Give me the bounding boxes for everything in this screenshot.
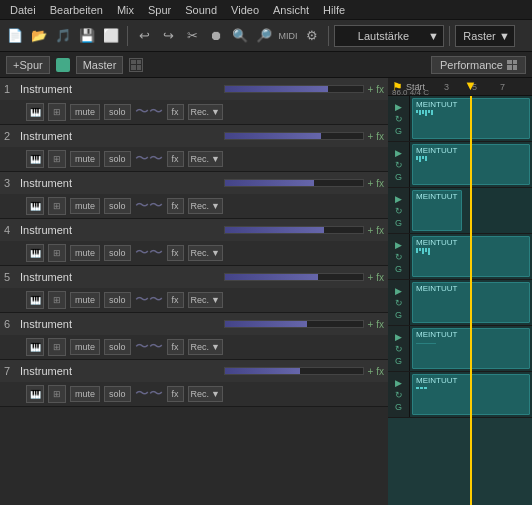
group-clip-icon-2[interactable]: G bbox=[395, 172, 402, 182]
cut-icon[interactable]: ✂ bbox=[181, 25, 203, 47]
zoom-icon[interactable]: 🔎 bbox=[253, 25, 275, 47]
undo-icon[interactable]: ↩ bbox=[133, 25, 155, 47]
group-clip-icon-4[interactable]: G bbox=[395, 264, 402, 274]
play-clip-icon-1[interactable]: ▶ bbox=[395, 102, 402, 112]
play-clip-icon-3[interactable]: ▶ bbox=[395, 194, 402, 204]
loop-clip-icon-5[interactable]: ↻ bbox=[395, 298, 403, 308]
fx-button-6[interactable]: fx bbox=[167, 339, 184, 355]
play-clip-icon-5[interactable]: ▶ bbox=[395, 286, 402, 296]
solo-button-5[interactable]: solo bbox=[104, 292, 131, 308]
mute-button-6[interactable]: mute bbox=[70, 339, 100, 355]
keyboard-icon-3[interactable]: 🎹 bbox=[26, 197, 44, 215]
rec-dropdown-4[interactable]: Rec. ▼ bbox=[188, 245, 223, 261]
loop-clip-icon-7[interactable]: ↻ bbox=[395, 390, 403, 400]
open-icon[interactable]: 📂 bbox=[28, 25, 50, 47]
clip-content-7[interactable]: MEINTUUT bbox=[410, 372, 532, 417]
add-track-button[interactable]: +Spur bbox=[6, 56, 50, 74]
mixer-icon-3[interactable]: ⊞ bbox=[48, 197, 66, 215]
mute-button-1[interactable]: mute bbox=[70, 104, 100, 120]
media-icon[interactable]: ⬜ bbox=[100, 25, 122, 47]
play-clip-icon-2[interactable]: ▶ bbox=[395, 148, 402, 158]
loop-clip-icon-2[interactable]: ↻ bbox=[395, 160, 403, 170]
midi-icon[interactable]: MIDI bbox=[277, 25, 299, 47]
redo-icon[interactable]: ↪ bbox=[157, 25, 179, 47]
keyboard-icon-4[interactable]: 🎹 bbox=[26, 244, 44, 262]
new-file-icon[interactable]: 📄 bbox=[4, 25, 26, 47]
settings-icon[interactable]: ⚙ bbox=[301, 25, 323, 47]
group-clip-icon-7[interactable]: G bbox=[395, 402, 402, 412]
track-volume-4[interactable] bbox=[224, 226, 364, 234]
track-volume-2[interactable] bbox=[224, 132, 364, 140]
group-clip-icon-5[interactable]: G bbox=[395, 310, 402, 320]
clip-block-5[interactable]: MEINTUUT bbox=[412, 282, 530, 323]
mute-button-7[interactable]: mute bbox=[70, 386, 100, 402]
track-volume-6[interactable] bbox=[224, 320, 364, 328]
solo-button-1[interactable]: solo bbox=[104, 104, 131, 120]
menu-hilfe[interactable]: Hilfe bbox=[317, 2, 351, 18]
rec-dropdown-7[interactable]: Rec. ▼ bbox=[188, 386, 223, 402]
loop-clip-icon-6[interactable]: ↻ bbox=[395, 344, 403, 354]
clip-block-7[interactable]: MEINTUUT bbox=[412, 374, 530, 415]
fx-button-1[interactable]: fx bbox=[167, 104, 184, 120]
loop-clip-icon-4[interactable]: ↻ bbox=[395, 252, 403, 262]
solo-button-3[interactable]: solo bbox=[104, 198, 131, 214]
menu-bearbeiten[interactable]: Bearbeiten bbox=[44, 2, 109, 18]
solo-button-6[interactable]: solo bbox=[104, 339, 131, 355]
fx-button-5[interactable]: fx bbox=[167, 292, 184, 308]
keyboard-icon-5[interactable]: 🎹 bbox=[26, 291, 44, 309]
volume-dropdown[interactable]: Lautstärke ▼ bbox=[334, 25, 444, 47]
track-add-fx-3[interactable]: + fx bbox=[368, 178, 384, 189]
mixer-icon-7[interactable]: ⊞ bbox=[48, 385, 66, 403]
track-add-fx-6[interactable]: + fx bbox=[368, 319, 384, 330]
clip-block-3[interactable]: MEINTUUT bbox=[412, 190, 462, 231]
clip-content-4[interactable]: MEINTUUT bbox=[410, 234, 532, 279]
group-clip-icon-3[interactable]: G bbox=[395, 218, 402, 228]
menu-video[interactable]: Video bbox=[225, 2, 265, 18]
track-volume-5[interactable] bbox=[224, 273, 364, 281]
clip-block-4[interactable]: MEINTUUT bbox=[412, 236, 530, 277]
rec-dropdown-6[interactable]: Rec. ▼ bbox=[188, 339, 223, 355]
keyboard-icon-2[interactable]: 🎹 bbox=[26, 150, 44, 168]
menu-mix[interactable]: Mix bbox=[111, 2, 140, 18]
record-icon[interactable]: ⏺ bbox=[205, 25, 227, 47]
mixer-icon-4[interactable]: ⊞ bbox=[48, 244, 66, 262]
save-icon[interactable]: 💾 bbox=[76, 25, 98, 47]
track-add-fx-2[interactable]: + fx bbox=[368, 131, 384, 142]
track-volume-3[interactable] bbox=[224, 179, 364, 187]
rec-dropdown-2[interactable]: Rec. ▼ bbox=[188, 151, 223, 167]
master-button[interactable]: Master bbox=[76, 56, 124, 74]
mixer-icon-6[interactable]: ⊞ bbox=[48, 338, 66, 356]
mixer-icon-5[interactable]: ⊞ bbox=[48, 291, 66, 309]
rec-dropdown-3[interactable]: Rec. ▼ bbox=[188, 198, 223, 214]
mute-button-2[interactable]: mute bbox=[70, 151, 100, 167]
track-volume-1[interactable] bbox=[224, 85, 364, 93]
menu-sound[interactable]: Sound bbox=[179, 2, 223, 18]
track-add-fx-4[interactable]: + fx bbox=[368, 225, 384, 236]
fx-button-3[interactable]: fx bbox=[167, 198, 184, 214]
menu-ansicht[interactable]: Ansicht bbox=[267, 2, 315, 18]
keyboard-icon-7[interactable]: 🎹 bbox=[26, 385, 44, 403]
track-add-fx-5[interactable]: + fx bbox=[368, 272, 384, 283]
play-clip-icon-6[interactable]: ▶ bbox=[395, 332, 402, 342]
tracks-scroll[interactable]: 1 Instrument + fx 🎹 ⊞ mute solo 〜〜 fx Re… bbox=[0, 78, 388, 505]
track-icon[interactable]: 🎵 bbox=[52, 25, 74, 47]
clip-content-3[interactable]: MEINTUUT bbox=[410, 188, 532, 233]
menu-datei[interactable]: Datei bbox=[4, 2, 42, 18]
keyboard-icon-1[interactable]: 🎹 bbox=[26, 103, 44, 121]
clip-block-2[interactable]: MEINTUUT bbox=[412, 144, 530, 185]
mute-button-5[interactable]: mute bbox=[70, 292, 100, 308]
search-icon[interactable]: 🔍 bbox=[229, 25, 251, 47]
performance-button[interactable]: Performance bbox=[431, 56, 526, 74]
raster-dropdown[interactable]: Raster ▼ bbox=[455, 25, 515, 47]
group-clip-icon-1[interactable]: G bbox=[395, 126, 402, 136]
clip-content-6[interactable]: MEINTUUT bbox=[410, 326, 532, 371]
solo-button-4[interactable]: solo bbox=[104, 245, 131, 261]
track-add-fx-1[interactable]: + fx bbox=[368, 84, 384, 95]
clip-content-1[interactable]: MEINTUUT bbox=[410, 96, 532, 141]
menu-spur[interactable]: Spur bbox=[142, 2, 177, 18]
fx-button-4[interactable]: fx bbox=[167, 245, 184, 261]
mixer-icon-2[interactable]: ⊞ bbox=[48, 150, 66, 168]
mute-button-4[interactable]: mute bbox=[70, 245, 100, 261]
play-clip-icon-4[interactable]: ▶ bbox=[395, 240, 402, 250]
rec-dropdown-1[interactable]: Rec. ▼ bbox=[188, 104, 223, 120]
